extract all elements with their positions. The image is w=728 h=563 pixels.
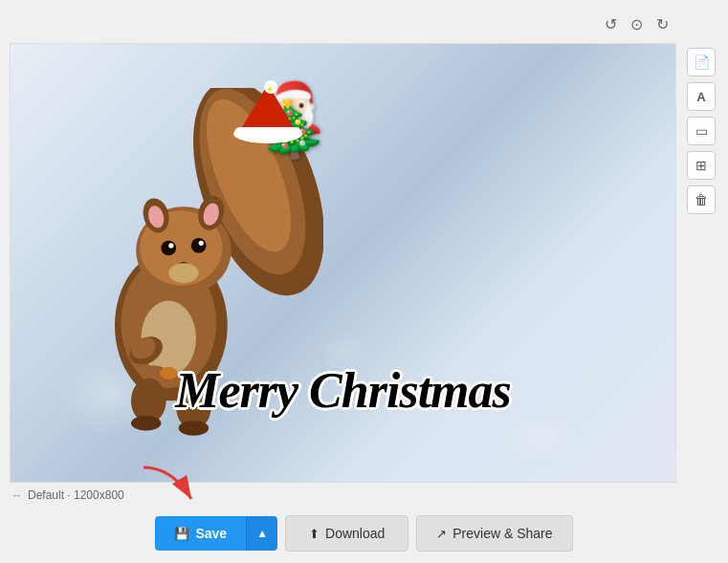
bottom-bar: 💾 Save ▲ ⬆ Download ↗ Preview & Share — [0, 506, 728, 563]
save-label: Save — [195, 526, 227, 541]
text-tool-button[interactable]: A — [687, 82, 716, 111]
download-button[interactable]: ⬆ Download — [285, 515, 408, 552]
canvas-wrapper[interactable]: 🎅🏻 🎄 ✦ Merry Christmas — [10, 43, 676, 483]
share-icon: ↗ — [436, 527, 447, 541]
svg-point-15 — [198, 240, 203, 245]
svg-point-24 — [131, 416, 161, 431]
preview-label: Preview & Share — [452, 526, 552, 541]
red-arrow-svg — [134, 463, 210, 510]
svg-point-14 — [168, 243, 173, 248]
canvas-info: ↔ Default · 1200x800 — [10, 483, 676, 506]
save-button-group: 💾 Save ▲ — [155, 516, 277, 551]
delete-tool-button[interactable]: 🗑 — [687, 185, 716, 214]
page-tool-button[interactable]: 📄 — [687, 48, 716, 76]
grid-tool-button[interactable]: ⊞ — [687, 151, 716, 180]
download-icon: ⬆ — [309, 527, 320, 541]
svg-point-13 — [191, 238, 207, 253]
resize-icon: ↔ — [11, 489, 22, 501]
dropdown-icon: ▲ — [256, 527, 268, 540]
save-icon: 💾 — [174, 527, 189, 541]
main-container: ↺ ⊙ ↻ — [0, 0, 728, 506]
canvas-image: 🎅🏻 🎄 ✦ Merry Christmas — [11, 44, 675, 482]
svg-point-17 — [168, 263, 198, 283]
canvas-area: ↺ ⊙ ↻ — [10, 10, 676, 506]
merry-christmas-text: Merry Christmas — [44, 366, 643, 416]
santa-hat-svg: ✦ — [230, 79, 306, 146]
history-button[interactable]: ⊙ — [627, 13, 647, 35]
save-button[interactable]: 💾 Save — [155, 516, 246, 551]
svg-rect-30 — [234, 127, 301, 139]
right-sidebar: 📄 A ▭ ⊞ 🗑 — [684, 10, 718, 506]
svg-point-12 — [161, 240, 176, 255]
redo-button[interactable]: ↻ — [652, 13, 673, 35]
undo-button[interactable]: ↺ — [601, 13, 621, 35]
save-dropdown-button[interactable]: ▲ — [246, 516, 277, 551]
svg-text:✦: ✦ — [266, 84, 274, 95]
svg-point-25 — [178, 421, 208, 436]
shape-tool-button[interactable]: ▭ — [687, 117, 716, 145]
top-toolbar: ↺ ⊙ ↻ — [10, 10, 676, 39]
preview-share-button[interactable]: ↗ Preview & Share — [416, 515, 572, 552]
download-label: Download — [325, 526, 385, 541]
canvas-dimensions: Default · 1200x800 — [28, 488, 124, 502]
